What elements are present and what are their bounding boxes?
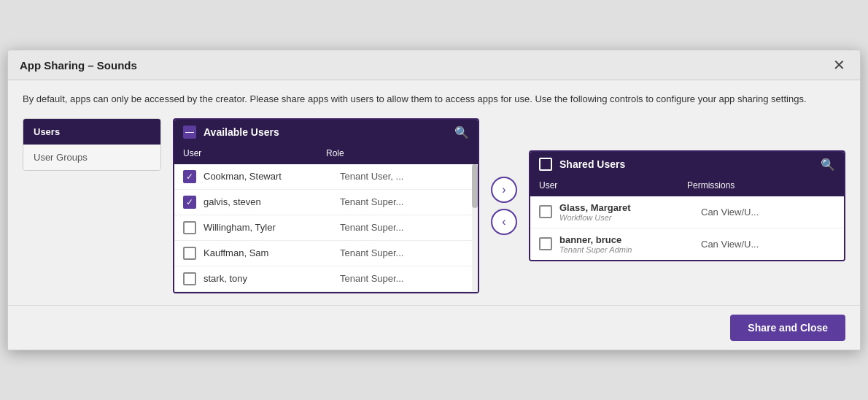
shared-panel-title: Shared Users [559, 158, 625, 170]
shared-col-permissions: Permissions [687, 180, 835, 191]
shared-user-subtitle-2: Tenant Super Admin [559, 245, 694, 254]
table-row[interactable]: Kauffman, Sam Tenant Super... [174, 241, 478, 266]
user-name-3: Willingham, Tyler [204, 222, 333, 233]
user-role-1: Tenant User, ... [340, 171, 469, 182]
shared-user-subtitle-1: Workflow User [559, 213, 694, 222]
close-button[interactable]: ✕ [830, 58, 848, 72]
available-panel-title: Available Users [204, 126, 279, 138]
available-panel-header: — Available Users 🔍 [174, 120, 478, 145]
user-role-4: Tenant Super... [340, 247, 469, 258]
modal-footer: Share and Close [8, 305, 860, 350]
description-text: By default, apps can only be accessed by… [23, 92, 845, 107]
shared-user-checkbox-2[interactable] [539, 237, 552, 250]
move-right-button[interactable]: › [491, 177, 517, 203]
table-row[interactable]: Glass, Margaret Workflow User Can View/U… [530, 196, 844, 228]
user-checkbox-4[interactable] [183, 247, 196, 260]
shared-search-icon: 🔍 [821, 158, 835, 171]
modal-title: App Sharing – Sounds [20, 59, 137, 72]
user-role-2: Tenant Super... [340, 196, 469, 207]
shared-user-checkbox-1[interactable] [539, 205, 552, 218]
sidebar-item-users[interactable]: Users [23, 119, 160, 145]
user-name-1: Cookman, Stewart [204, 171, 333, 182]
shared-user-name-2: banner, bruce [559, 234, 694, 245]
chevron-right-icon: › [502, 183, 505, 196]
shared-select-all-checkbox[interactable] [539, 158, 552, 171]
user-role-5: Tenant Super... [340, 273, 469, 284]
modal-body: By default, apps can only be accessed by… [8, 80, 860, 305]
table-row[interactable]: banner, bruce Tenant Super Admin Can Vie… [530, 228, 844, 260]
scrollbar-thumb[interactable] [472, 164, 478, 208]
shared-user-perm-1: Can View/U... [701, 207, 835, 218]
shared-user-perm-2: Can View/U... [701, 239, 835, 250]
available-users-list: ✓ Cookman, Stewart Tenant User, ... ✓ ga… [174, 164, 478, 292]
shared-panel-header: Shared Users 🔍 [530, 152, 844, 177]
modal-header: App Sharing – Sounds ✕ [8, 50, 860, 80]
user-checkbox-2[interactable]: ✓ [183, 196, 196, 209]
available-col-headers: User Role [174, 145, 478, 164]
left-sidebar: Users User Groups [23, 118, 161, 171]
available-search-icon: 🔍 [454, 126, 469, 139]
move-left-button[interactable]: ‹ [491, 209, 517, 235]
chevron-left-icon: ‹ [502, 215, 505, 228]
user-name-2: galvis, steven [204, 196, 333, 207]
scrollbar-track [472, 164, 478, 292]
table-row[interactable]: ✓ Cookman, Stewart Tenant User, ... [174, 164, 478, 190]
user-checkbox-5[interactable] [183, 272, 196, 285]
share-and-close-button[interactable]: Share and Close [730, 315, 845, 341]
content-area: Users User Groups — Available Users [23, 118, 845, 293]
shared-col-user: User [539, 180, 687, 191]
user-name-4: Kauffman, Sam [204, 247, 333, 258]
user-checkbox-3[interactable] [183, 221, 196, 234]
transfer-area: — Available Users 🔍 User Role [173, 118, 845, 293]
shared-users-list: Glass, Margaret Workflow User Can View/U… [530, 196, 844, 260]
table-row[interactable]: Willingham, Tyler Tenant Super... [174, 215, 478, 241]
available-users-panel: — Available Users 🔍 User Role [173, 118, 479, 293]
user-name-5: stark, tony [204, 273, 333, 284]
user-role-3: Tenant Super... [340, 222, 469, 233]
app-sharing-modal: App Sharing – Sounds ✕ By default, apps … [7, 50, 861, 350]
sidebar-item-user-groups[interactable]: User Groups [23, 145, 160, 170]
available-col-user: User [183, 148, 326, 158]
shared-users-panel: Shared Users 🔍 User Permissions [529, 150, 845, 261]
user-checkbox-1[interactable]: ✓ [183, 170, 196, 183]
shared-col-headers: User Permissions [530, 177, 844, 196]
shared-user-name-1: Glass, Margaret [559, 202, 694, 213]
table-row[interactable]: ✓ galvis, steven Tenant Super... [174, 190, 478, 215]
table-row[interactable]: stark, tony Tenant Super... [174, 266, 478, 292]
available-select-all-checkbox[interactable]: — [183, 126, 196, 139]
available-search-button[interactable]: 🔍 [454, 126, 469, 139]
available-col-role: Role [326, 148, 469, 158]
arrow-buttons-group: › ‹ [479, 177, 529, 235]
shared-search-button[interactable]: 🔍 [821, 158, 835, 172]
